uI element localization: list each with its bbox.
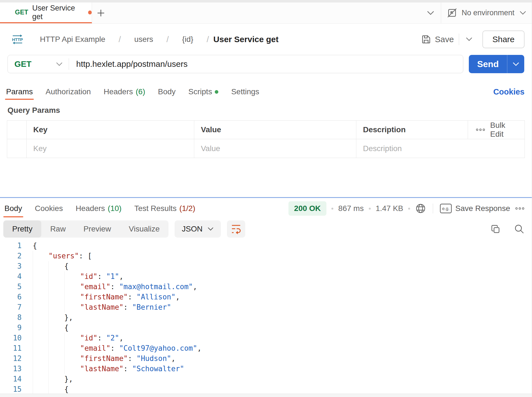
select-column-header (7, 121, 27, 139)
request-tabs-spacer (271, 82, 493, 101)
indent-guide (48, 323, 64, 333)
wrap-text-button[interactable] (227, 220, 245, 238)
tab-scripts[interactable]: Scripts (187, 82, 220, 101)
code-text: { (33, 384, 69, 394)
response-more-actions-button[interactable] (515, 207, 525, 210)
save-label: Save (435, 35, 454, 44)
line-number[interactable]: 4 (0, 271, 22, 282)
line-number[interactable]: 7 (0, 302, 22, 312)
tab-settings-label: Settings (231, 87, 259, 96)
svg-text:e.g.: e.g. (442, 206, 450, 211)
line-number[interactable]: 12 (0, 353, 22, 364)
status-bar (0, 394, 532, 397)
method-select[interactable]: GET (8, 59, 69, 69)
cookies-link[interactable]: Cookies (493, 82, 525, 101)
json-key: "lastName" (80, 302, 124, 312)
json-punctuation: , (119, 271, 124, 282)
view-mode-pretty[interactable]: Pretty (3, 220, 41, 238)
indent-guide (33, 384, 48, 394)
response-body-editor[interactable]: 1{2"users": [3{4"id": "1",5"email": "max… (0, 239, 532, 394)
indent-guide (48, 343, 64, 353)
breadcrumb-folder-id[interactable]: {id} (173, 35, 202, 44)
save-response-button[interactable]: e.g. Save Response (440, 203, 510, 213)
view-mode-visualize[interactable]: Visualize (120, 220, 169, 238)
copy-icon (490, 224, 501, 234)
tab-list-dropdown-button[interactable] (420, 2, 441, 23)
method-value: GET (14, 59, 32, 69)
indent-guide (48, 384, 64, 394)
code-text: "firstName": "Allison", (33, 292, 180, 302)
line-number[interactable]: 15 (0, 384, 22, 394)
response-meta: 200 OK 867 ms 1.47 KB (288, 201, 525, 216)
url-bar: GET Send (0, 55, 532, 82)
tab-response-cookies[interactable]: Cookies (34, 198, 64, 219)
code-line: 12"firstName": "Hudson", (0, 353, 532, 364)
format-value: JSON (182, 225, 203, 233)
line-number[interactable]: 6 (0, 292, 22, 302)
value-input[interactable] (201, 144, 349, 153)
line-number[interactable]: 9 (0, 323, 22, 333)
network-info-button[interactable] (415, 203, 426, 214)
tab-body-label: Body (158, 87, 176, 96)
code-line: 6"firstName": "Allison", (0, 292, 532, 302)
tab-params[interactable]: Params (5, 82, 34, 101)
tab-title: User Service get (32, 4, 82, 21)
tab-headers[interactable]: Headers (6) (103, 82, 146, 101)
json-key: "email" (80, 282, 111, 292)
line-number[interactable]: 8 (0, 312, 22, 323)
environment-selector[interactable]: No environment (441, 2, 532, 23)
line-number[interactable]: 1 (0, 241, 22, 251)
line-number[interactable]: 5 (0, 282, 22, 292)
scripts-dot-indicator (215, 90, 218, 94)
status-badge[interactable]: 200 OK (288, 201, 326, 216)
line-number[interactable]: 3 (0, 261, 22, 271)
search-in-body-button[interactable] (514, 224, 525, 234)
description-input[interactable] (363, 144, 518, 153)
indent-guide (33, 312, 48, 323)
code-text: "users": [ (33, 251, 92, 261)
url-input[interactable] (69, 59, 463, 69)
tab-body[interactable]: Body (157, 82, 177, 101)
chevron-down-icon (56, 62, 69, 66)
share-button[interactable]: Share (482, 30, 525, 48)
line-number[interactable]: 13 (0, 364, 22, 374)
save-options-button[interactable] (462, 37, 476, 41)
tab-test-results[interactable]: Test Results (1/2) (133, 198, 196, 219)
save-button[interactable]: Save (421, 34, 454, 44)
three-dots-icon[interactable] (476, 128, 485, 131)
send-label[interactable]: Send (469, 55, 507, 73)
send-button[interactable]: Send (469, 55, 524, 73)
tab-response-headers[interactable]: Headers (10) (75, 198, 123, 219)
response-cookies-label: Cookies (35, 204, 63, 213)
bulk-edit-button[interactable]: Bulk Edit (490, 121, 518, 139)
request-pane-empty-space (0, 158, 532, 197)
key-input[interactable] (33, 144, 187, 153)
line-number[interactable]: 2 (0, 251, 22, 261)
row-select-cell[interactable] (7, 139, 27, 158)
send-options-button[interactable] (507, 55, 524, 73)
tab-authorization-label: Authorization (45, 87, 91, 96)
view-mode-raw[interactable]: Raw (41, 220, 75, 238)
indent-guide (64, 302, 80, 312)
new-tab-button[interactable] (92, 2, 110, 23)
tab-authorization[interactable]: Authorization (44, 82, 92, 101)
tab-response-body[interactable]: Body (3, 198, 23, 219)
code-line: 8}, (0, 312, 532, 323)
code-text: { (33, 261, 69, 271)
line-number[interactable]: 14 (0, 374, 22, 384)
environment-label: No environment (462, 9, 515, 17)
line-number[interactable]: 10 (0, 333, 22, 343)
tab-settings[interactable]: Settings (230, 82, 260, 101)
code-line: 3{ (0, 261, 532, 271)
breadcrumb-collection[interactable]: HTTP Api Example (31, 35, 114, 44)
request-tab[interactable]: GET User Service get (0, 2, 92, 23)
json-string: "1" (106, 271, 119, 282)
line-number[interactable]: 11 (0, 343, 22, 353)
json-punctuation: : (128, 353, 136, 364)
indent-guide (48, 353, 64, 364)
view-mode-preview[interactable]: Preview (75, 220, 120, 238)
format-select[interactable]: JSON (175, 220, 221, 238)
breadcrumb-folder-users[interactable]: users (125, 35, 162, 44)
copy-button[interactable] (490, 224, 501, 234)
json-punctuation: { (64, 261, 69, 271)
